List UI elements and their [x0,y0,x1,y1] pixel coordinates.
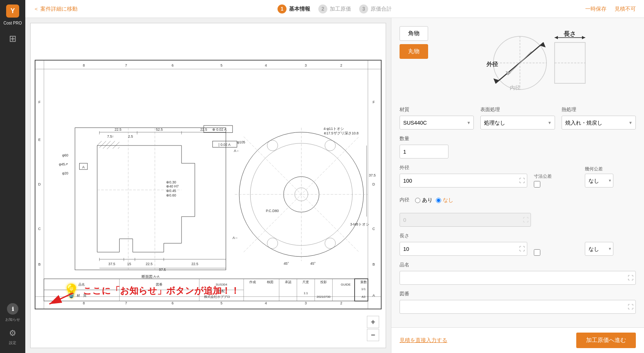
svg-text:D: D [38,182,41,186]
next-button[interactable]: 加工原価へ進む [576,333,636,348]
step-2[interactable]: 2 加工原価 [318,4,351,13]
svg-text:⊕ 0.02 A: ⊕ 0.02 A [212,127,227,132]
svg-point-81 [325,140,335,151]
svg-line-39 [113,142,119,148]
nagasa-input-wrapper: 10 ⛶ [400,242,527,256]
svg-text:4-φ11トオシ: 4-φ11トオシ [324,127,344,131]
svg-marker-144 [582,36,585,39]
gaikei-input-wrapper: 100 ⛶ [400,174,527,188]
svg-text:F: F [38,100,40,104]
top-navigation: ＜ 案件詳細に移動 1 基本情報 2 加工原価 3 原価合計 一時保存 見積不可 [25,0,644,18]
svg-text:C: C [38,227,41,231]
grid-icon[interactable]: ⊞ [9,34,16,44]
svg-text:2: 2 [340,63,342,67]
settings-icon[interactable]: ⚙ [9,328,16,338]
marumono-button[interactable]: 丸物 [400,44,428,59]
svg-line-35 [97,141,102,145]
svg-text:B: B [373,262,375,266]
surface-label: 表面処理 [480,106,555,113]
svg-line-136 [508,51,531,75]
nagasa-sunpou-checkbox[interactable] [534,249,540,256]
svg-text:A: A [373,293,375,297]
svg-text:⊕40 H7: ⊕40 H7 [166,184,179,188]
nagasa-input[interactable]: 10 [400,242,527,256]
nagasa-kika-select-wrapper: なし [585,242,613,256]
form-row-quantity: 数量 1 [400,135,636,159]
surface-select-wrapper: 処理なし [480,116,555,130]
back-link[interactable]: ＜ 案件詳細に移動 [33,5,78,13]
svg-text:A3: A3 [362,295,365,299]
quantity-input[interactable]: 1 [400,145,449,159]
heat-select-wrapper: 焼入れ・焼戻し [562,116,636,130]
svg-text:投影: 投影 [320,280,327,284]
naikei-ari-label[interactable]: あり [415,197,433,204]
step-3[interactable]: 3 原価合計 [359,4,392,13]
svg-text:8: 8 [83,63,85,67]
kika-select[interactable]: なし [585,174,613,188]
svg-text:P.C.D80: P.C.D80 [266,209,279,213]
kakumono-button[interactable]: 角物 [400,26,428,41]
info-label: お知らせ [5,317,20,322]
material-label: 材質 [400,106,474,113]
hinmei-expand-icon[interactable]: ⛶ [628,275,633,281]
material-select[interactable]: SUS440C [400,116,474,130]
heat-select[interactable]: 焼入れ・焼戻し [562,116,636,130]
body-area: 8 7 6 5 4 3 2 8 7 6 5 4 3 2 F [25,18,644,353]
step-3-num: 3 [359,4,368,13]
svg-text:φ105: φ105 [237,140,245,144]
zuhan-group: 図番 ⛶ [400,290,636,314]
svg-line-38 [107,141,115,149]
svg-text:GUIDE: GUIDE [341,283,351,286]
hinmei-label: 品名 [400,261,636,268]
zuhan-expand-icon[interactable]: ⛶ [628,304,633,310]
step-2-num: 2 [318,4,327,13]
naikei-ari-text: あり [422,197,433,204]
hinmei-input[interactable] [400,271,636,285]
form-row-hinmei: 品名 ⛶ [400,261,636,285]
sunpou-checkbox[interactable] [534,181,540,188]
nagasa-group: 長さ 10 ⛶ [400,232,527,256]
save-temp-link[interactable]: 一時保存 [585,5,606,13]
annotation-text: ここに「お知らせ」ボタンが追加！！ [83,285,240,297]
naikei-ari-radio[interactable] [415,198,420,203]
info-icon-circle[interactable]: ℹ [7,303,18,315]
svg-text:37.5: 37.5 [369,173,376,177]
svg-text:外径: 外径 [486,61,498,67]
main-content: ＜ 案件詳細に移動 1 基本情報 2 加工原価 3 原価合計 一時保存 見積不可 [25,0,644,353]
settings-label: 設定 [9,340,16,346]
step-1[interactable]: 1 基本情報 [278,4,310,13]
zuhan-input[interactable] [400,300,636,314]
naikei-nashi-radio[interactable] [436,198,441,203]
gaikei-label: 外径 [400,164,527,171]
nagasa-label: 長さ [400,232,527,239]
svg-point-82 [325,238,335,248]
svg-text:4: 4 [265,63,267,67]
surface-select[interactable]: 処理なし [480,116,555,130]
zoom-out-button[interactable]: − [367,329,379,341]
naikei-input-wrapper: 0 ⛶ [400,213,531,227]
form-row-zuhan: 図番 ⛶ [400,290,636,314]
svg-text:45°: 45° [310,261,315,266]
svg-text:6: 6 [172,301,174,305]
shape-selector: 角物 丸物 [391,18,644,100]
gaikei-input[interactable]: 100 [400,174,527,188]
nagasa-expand-icon[interactable]: ⛶ [519,246,525,252]
svg-text:3: 3 [305,63,307,67]
svg-text:7.5↑: 7.5↑ [107,134,114,139]
zoom-in-button[interactable]: + [367,316,379,328]
svg-text:E: E [38,138,41,142]
gaikei-expand-icon[interactable]: ⛶ [519,177,525,184]
reject-link[interactable]: 見積不可 [615,5,636,13]
svg-text:6: 6 [172,63,174,67]
kika-tolerance-group: 幾何公差 なし [585,166,636,188]
nagasa-kika-select[interactable]: なし [585,242,613,256]
svg-text:7: 7 [125,301,127,305]
naikei-nashi-label[interactable]: なし [436,197,453,204]
svg-text:2: 2 [340,301,342,305]
svg-text:4: 4 [265,301,267,305]
svg-line-40 [118,147,119,148]
svg-text:22.5: 22.5 [115,127,122,132]
hinmei-group: 品名 ⛶ [400,261,636,285]
form-row-naikei-radio: 内径 あり なし [400,193,636,207]
estimate-direct-link[interactable]: 見積を直接入力する [400,337,447,344]
